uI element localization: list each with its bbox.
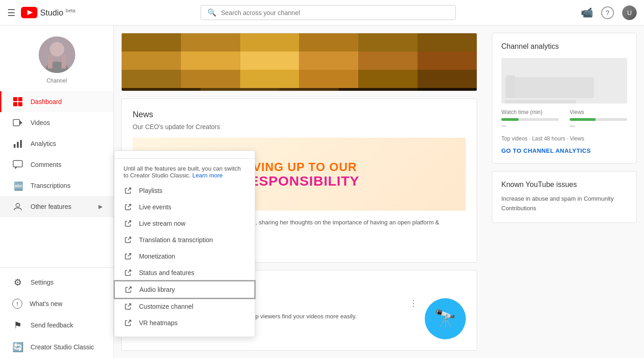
dropdown-note: Until all the features are built, you ca… (114, 158, 255, 182)
watch-time-value: — (501, 123, 559, 128)
sidebar-item-transcriptions[interactable]: 🔤 Transcriptions (0, 175, 113, 196)
dropdown-learn-more-link[interactable]: Learn more (192, 172, 222, 179)
svg-rect-29 (240, 52, 299, 70)
dashboard-icon (12, 97, 23, 107)
transcriptions-label: Transcriptions (31, 182, 70, 189)
more-options-icon[interactable]: ⋮ (409, 298, 417, 308)
comments-label: Comments (31, 161, 62, 168)
svg-rect-14 (17, 142, 19, 148)
settings-icon: ⚙ (12, 277, 23, 288)
creator-studio-icon: 🔄 (12, 342, 23, 353)
sidebar-item-analytics[interactable]: Analytics (0, 133, 113, 154)
vr-heatmaps-label: VR heatmaps (139, 319, 178, 327)
svg-point-19 (16, 203, 20, 207)
svg-rect-36 (299, 70, 359, 88)
analytics-graph (501, 58, 627, 104)
translation-label: Translation & transcription (139, 236, 213, 244)
logo[interactable]: Studio beta (21, 7, 75, 18)
news-subtitle: Our CEO's update for Creators (133, 123, 466, 130)
watch-time-track (501, 118, 559, 121)
search-input[interactable] (221, 9, 449, 16)
send-feedback-label: Send feedback (31, 322, 73, 329)
svg-text:🔤: 🔤 (14, 181, 23, 191)
known-issues-card: Known YouTube issues Increase in abuse a… (492, 171, 637, 223)
external-link-icon (124, 236, 133, 244)
sidebar-divider (0, 267, 113, 268)
hamburger-icon[interactable]: ☰ (7, 7, 15, 18)
sidebar-item-settings[interactable]: ⚙ Settings (0, 271, 113, 293)
whats-new-label: What's new (30, 300, 62, 307)
svg-marker-12 (20, 120, 22, 125)
analytics-metrics: Watch time (min) — Views — (501, 109, 627, 128)
video-thumbnail (122, 33, 477, 91)
go-to-analytics-link[interactable]: GO TO CHANNEL ANALYTICS (501, 147, 627, 154)
send-feedback-icon: ⚑ (12, 320, 23, 331)
dropdown-item-live-stream[interactable]: Live stream now (114, 215, 255, 232)
dropdown-item-monetization[interactable]: Monetization (114, 248, 255, 265)
dropdown-item-playlists[interactable]: Playlists (114, 182, 255, 199)
playlists-label: Playlists (139, 187, 162, 194)
live-events-label: Live events (139, 203, 171, 211)
known-issues-title: Known YouTube issues (501, 181, 627, 189)
dropdown-item-vr-heatmaps[interactable]: VR heatmaps (114, 315, 255, 331)
svg-rect-28 (181, 52, 240, 70)
binoculars-icon: 🔭 (434, 308, 457, 330)
other-features-dropdown: Until all the features are built, you ca… (114, 150, 255, 337)
svg-rect-32 (417, 52, 477, 70)
dropdown-item-audio-library[interactable]: Audio library (114, 281, 255, 298)
app-title: Studio beta (40, 8, 75, 18)
analytics-metric: Views (570, 135, 584, 142)
search-area: 🔍 (75, 5, 581, 20)
svg-rect-35 (240, 70, 299, 88)
search-bar: 🔍 (201, 5, 456, 20)
svg-rect-16 (13, 161, 22, 167)
dropdown-item-customize-channel[interactable]: Customize channel (114, 298, 255, 315)
whats-new-icon: ! (12, 299, 22, 309)
svg-rect-37 (358, 70, 417, 88)
analytics-card: Channel analytics Watch time (min) (492, 33, 637, 164)
svg-rect-33 (122, 70, 181, 88)
app-beta-badge: beta (66, 8, 75, 13)
sidebar-item-videos[interactable]: Videos (0, 112, 113, 133)
analytics-footer: Top videos · Last 48 hours · Views (501, 135, 627, 142)
external-link-icon (124, 303, 133, 310)
svg-rect-7 (13, 97, 17, 101)
sidebar-item-other-features[interactable]: Other features ▶ (0, 196, 113, 217)
avatar[interactable]: U (622, 5, 637, 20)
svg-rect-38 (417, 70, 477, 88)
svg-rect-27 (122, 52, 181, 70)
sidebar-item-whats-new[interactable]: ! What's new (0, 293, 113, 314)
external-link-icon (124, 269, 133, 276)
svg-rect-41 (279, 88, 339, 91)
sidebar-item-send-feedback[interactable]: ⚑ Send feedback (0, 314, 113, 336)
svg-rect-6 (62, 55, 66, 68)
dropdown-item-live-events[interactable]: Live events (114, 199, 255, 215)
create-video-icon[interactable]: 📹 (581, 7, 593, 19)
settings-label: Settings (31, 279, 54, 286)
watch-time-metric: Watch time (min) — (501, 109, 559, 128)
profile-avatar (39, 36, 75, 73)
external-link-icon (124, 319, 133, 327)
sidebar-item-creator-studio[interactable]: 🔄 Creator Studio Classic (0, 336, 113, 358)
svg-rect-5 (48, 55, 52, 68)
svg-marker-17 (15, 167, 17, 169)
sidebar-item-dashboard[interactable]: Dashboard (0, 91, 113, 112)
sidebar-profile: Channel (0, 26, 113, 91)
sidebar-item-comments[interactable]: Comments (0, 154, 113, 175)
help-icon[interactable]: ? (601, 6, 614, 19)
youtube-logo-icon (21, 7, 37, 18)
svg-rect-23 (240, 33, 299, 52)
external-link-icon (124, 187, 133, 194)
svg-rect-11 (13, 119, 20, 126)
svg-rect-21 (122, 33, 181, 52)
svg-rect-43 (417, 88, 477, 91)
other-features-icon (12, 202, 23, 212)
header: ☰ Studio beta 🔍 📹 ? U (0, 0, 644, 26)
watch-time-label: Watch time (min) (501, 109, 559, 115)
header-right: 📹 ? U (581, 5, 637, 20)
dropdown-item-status-features[interactable]: Status and features (114, 265, 255, 281)
analytics-label: Analytics (31, 140, 56, 147)
views-label: Views (570, 109, 627, 115)
dropdown-item-translation[interactable]: Translation & transcription (114, 232, 255, 248)
chevron-right-icon: ▶ (98, 203, 103, 210)
